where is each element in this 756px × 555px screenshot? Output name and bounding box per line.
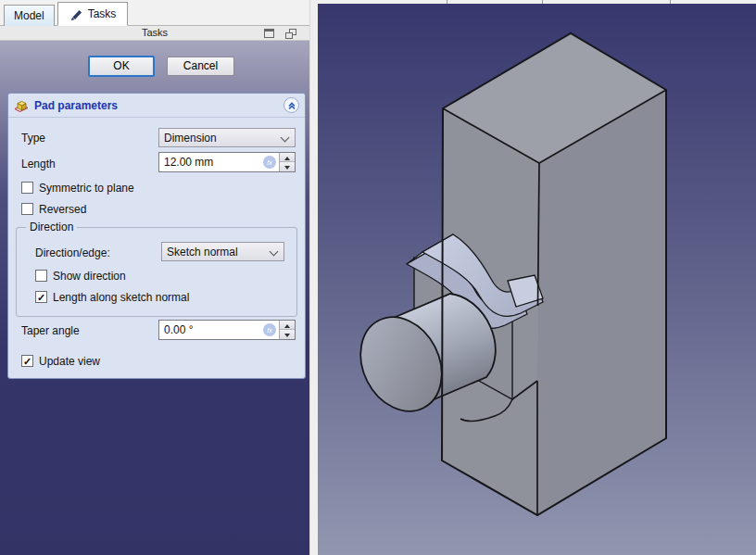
taper-angle-input[interactable]: 0.00 ° fx xyxy=(158,320,296,340)
type-combobox[interactable]: Dimension xyxy=(158,128,296,147)
collapse-button[interactable] xyxy=(284,97,299,113)
cancel-button[interactable]: Cancel xyxy=(167,57,234,76)
show-direction-label: Show direction xyxy=(53,270,126,283)
type-combobox-value: Dimension xyxy=(164,132,217,145)
tab-model[interactable]: Model xyxy=(4,5,55,26)
length-spinner xyxy=(279,153,295,171)
length-along-checkbox[interactable]: ✓ xyxy=(35,291,47,303)
spin-down-button[interactable] xyxy=(280,162,295,171)
float-icon[interactable] xyxy=(285,29,296,39)
length-input[interactable]: 12.00 mm fx xyxy=(158,152,296,172)
type-label: Type xyxy=(21,132,45,145)
pad-parameters-box: Pad parameters Type Dimension Length xyxy=(7,93,306,379)
chevron-down-icon xyxy=(281,133,290,143)
direction-groupbox: Direction Direction/edge: Sketch normal … xyxy=(16,227,297,317)
dock-tabbar: Model Tasks xyxy=(0,0,309,26)
3d-viewport[interactable] xyxy=(318,0,756,555)
taper-angle-label: Taper angle xyxy=(21,324,80,337)
direction-edge-combobox[interactable]: Sketch normal xyxy=(161,242,284,261)
length-label: Length xyxy=(21,158,56,170)
pencil-icon xyxy=(69,7,83,21)
update-view-label: Update view xyxy=(39,355,100,368)
symmetric-checkbox[interactable] xyxy=(21,182,33,194)
chevron-double-up-icon xyxy=(287,101,296,110)
taper-spinner xyxy=(279,321,295,339)
pad-icon xyxy=(14,98,29,112)
spin-down-button[interactable] xyxy=(280,330,295,339)
spin-up-button[interactable] xyxy=(280,153,295,162)
update-view-checkbox[interactable]: ✓ xyxy=(21,355,33,367)
length-input-value: 12.00 mm xyxy=(164,156,213,169)
pad-parameters-header[interactable]: Pad parameters xyxy=(8,94,305,118)
direction-edge-value: Sketch normal xyxy=(167,246,238,259)
reversed-checkbox-label: Reversed xyxy=(39,203,86,216)
freecad-window: Model Tasks Tasks OK Cancel xyxy=(0,0,756,555)
ok-button[interactable]: OK xyxy=(88,56,155,77)
direction-group-label: Direction xyxy=(26,221,77,233)
reversed-checkbox[interactable] xyxy=(21,203,33,215)
tab-tasks-label: Tasks xyxy=(88,7,117,20)
panel-title: Tasks xyxy=(0,27,309,38)
spin-up-button[interactable] xyxy=(280,321,295,330)
dock-icon[interactable] xyxy=(264,29,274,38)
length-along-label: Length along sketch normal xyxy=(53,291,189,304)
taper-angle-value: 0.00 ° xyxy=(164,323,194,336)
tasks-panel-body: OK Cancel Pad parameters xyxy=(0,41,309,555)
pad-parameters-title: Pad parameters xyxy=(34,99,118,112)
chevron-down-icon xyxy=(270,247,279,257)
fx-expression-icon[interactable]: fx xyxy=(263,323,276,336)
3d-scene xyxy=(318,4,756,555)
tab-tasks[interactable]: Tasks xyxy=(57,2,129,26)
direction-edge-label: Direction/edge: xyxy=(35,246,110,259)
tab-model-label: Model xyxy=(14,9,44,22)
tasks-panel: Model Tasks Tasks OK Cancel xyxy=(0,0,309,555)
panel-splitter[interactable] xyxy=(309,0,318,555)
show-direction-checkbox[interactable] xyxy=(35,270,47,282)
fx-expression-icon[interactable]: fx xyxy=(263,156,276,169)
symmetric-checkbox-label: Symmetric to plane xyxy=(39,182,134,195)
panel-titlebar: Tasks xyxy=(0,26,309,41)
